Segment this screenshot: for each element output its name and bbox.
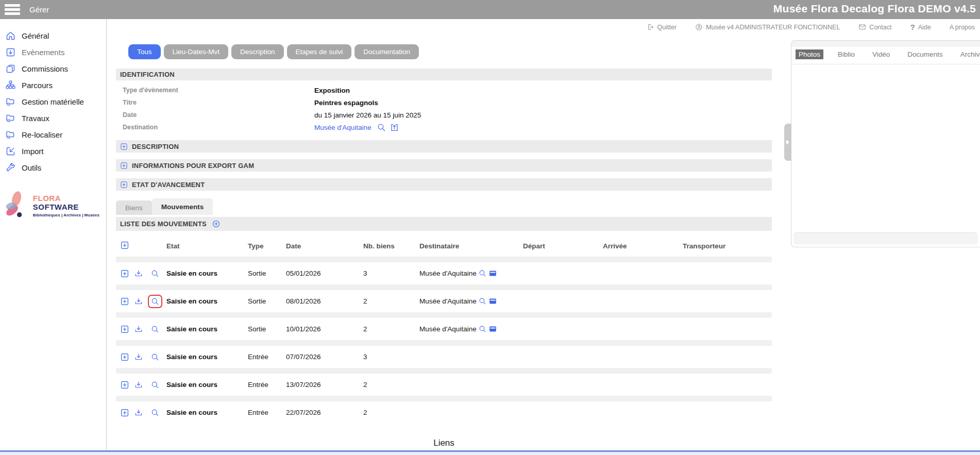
subtab-biens[interactable]: Biens — [116, 200, 152, 215]
quit-button[interactable]: Quitter — [647, 23, 677, 31]
search-icon[interactable] — [478, 269, 487, 278]
card-icon[interactable] — [488, 325, 497, 333]
row-destinataire: Musée d'Aquitaine — [419, 269, 477, 277]
plus-square-icon[interactable] — [120, 380, 129, 390]
import-tray-icon[interactable] — [134, 297, 143, 306]
home-icon — [5, 30, 16, 41]
tab-documentation[interactable]: Documentation — [354, 44, 419, 59]
plus-square-icon[interactable] — [120, 297, 129, 306]
logo-tagline: Bibliothèques | Archives | Musées — [33, 213, 106, 217]
identification-header: IDENTIFICATION — [116, 69, 772, 80]
search-icon[interactable] — [478, 325, 487, 333]
identification-fields: Type d'évènement Exposition Titre Peintr… — [116, 84, 772, 133]
media-tab-biblio[interactable]: Biblio — [835, 49, 858, 59]
row-nb-biens: 3 — [363, 269, 419, 277]
row-etat: Saisie en cours — [166, 269, 248, 277]
biens-mouvements-tabs: Biens Mouvements — [116, 198, 772, 215]
media-tabs: Photos Biblio Vidéo Documents Archives — [791, 47, 980, 64]
sidebar-item-outils[interactable]: Outils — [0, 159, 106, 176]
hamburger-menu-icon[interactable] — [5, 4, 20, 15]
media-tab-archives[interactable]: Archives — [957, 49, 980, 59]
open-record-icon[interactable] — [390, 123, 399, 132]
subtab-mouvements[interactable]: Mouvements — [152, 198, 213, 215]
col-date: Date — [286, 242, 363, 250]
plus-square-icon[interactable] — [120, 269, 129, 278]
search-highlight-frame — [148, 267, 162, 280]
row-type: Sortie — [248, 297, 286, 305]
row-etat: Saisie en cours — [166, 353, 248, 361]
sidebar-item-general[interactable]: Général — [0, 27, 106, 44]
row-date: 07/07/2026 — [286, 353, 363, 361]
sidebar-item-import[interactable]: Import — [0, 143, 106, 159]
sidebar-item-gestion-materielle[interactable]: Gestion matérielle — [0, 93, 106, 110]
row-type: Sortie — [248, 269, 286, 277]
search-icon[interactable] — [478, 297, 487, 306]
row-nb-biens: 2 — [363, 325, 419, 333]
sidebar-item-commissions[interactable]: Commissions — [0, 60, 106, 77]
plus-square-icon[interactable] — [120, 143, 128, 150]
flora-software-logo: FLORA SOFTWARE Bibliothèques | Archives … — [0, 189, 106, 222]
import-tray-icon[interactable] — [134, 325, 143, 334]
search-highlight-frame — [148, 350, 162, 364]
movement-row-block: Saisie en cours Sortie 10/01/2026 2 Musé… — [116, 312, 772, 340]
contact-button[interactable]: Contact — [858, 23, 891, 31]
sidebar-item-travaux[interactable]: Travaux — [0, 110, 106, 126]
butterfly-logo-icon — [2, 189, 33, 222]
import-tray-icon[interactable] — [134, 269, 143, 278]
folder-globe-icon — [5, 96, 16, 107]
media-tab-documents[interactable]: Documents — [904, 49, 945, 59]
panel-collapse-handle[interactable] — [784, 124, 791, 161]
plus-square-icon[interactable] — [120, 181, 128, 189]
card-icon[interactable] — [488, 297, 497, 306]
search-icon[interactable] — [150, 408, 160, 417]
field-destination: Destination Musée d'Aquitaine — [116, 121, 772, 133]
about-button[interactable]: A propos — [950, 24, 975, 31]
sidebar-item-relocaliser[interactable]: Re-localiser — [0, 126, 106, 143]
tab-tous[interactable]: Tous — [128, 44, 161, 59]
field-titre: Titre Peintres espagnols — [116, 96, 772, 109]
search-icon[interactable] — [150, 380, 160, 390]
tab-lieu-dates-mvt[interactable]: Lieu-Dates-Mvt — [164, 44, 229, 59]
plus-square-icon[interactable] — [120, 162, 128, 170]
plus-square-icon[interactable] — [120, 408, 129, 417]
section-etat-avancement[interactable]: ETAT D'AVANCEMENT — [116, 178, 772, 191]
user-account[interactable]: Musée v4 ADMINISTRATEUR FONCTIONNEL — [695, 23, 840, 31]
media-tab-video[interactable]: Vidéo — [869, 49, 893, 59]
destination-link[interactable]: Musée d'Aquitaine — [314, 124, 371, 131]
col-destinataire: Destinataire — [419, 242, 523, 250]
tab-description[interactable]: Description — [231, 44, 284, 59]
session-toolbar: Quitter Musée v4 ADMINISTRATEUR FONCTION… — [647, 23, 975, 31]
table-row: Saisie en cours Sortie 05/01/2026 3 Musé… — [116, 262, 772, 284]
sidebar-item-evenements[interactable]: Evènements — [0, 44, 106, 60]
search-icon[interactable] — [150, 297, 160, 306]
row-separator — [116, 312, 772, 318]
search-icon[interactable] — [377, 123, 386, 132]
media-panel-top-strip — [791, 41, 980, 47]
media-tab-photos[interactable]: Photos — [796, 49, 823, 59]
search-icon[interactable] — [150, 269, 160, 278]
plus-square-icon[interactable] — [120, 325, 129, 334]
card-icon[interactable] — [488, 269, 497, 278]
section-informations-export-gam[interactable]: INFORMATIONS POUR EXPORT GAM — [116, 159, 772, 172]
table-row: Saisie en cours Entrée 22/07/2026 2 — [116, 401, 772, 424]
plus-square-icon[interactable] — [120, 352, 129, 362]
field-date: Date du 15 janvier 2026 au 15 juin 2025 — [116, 109, 772, 121]
search-highlight-frame — [148, 323, 162, 336]
circled-plus-icon[interactable] — [212, 220, 221, 228]
bottom-divider — [0, 450, 980, 455]
import-tray-icon[interactable] — [134, 408, 143, 417]
sidebar-item-parcours[interactable]: Parcours — [0, 77, 106, 93]
search-icon[interactable] — [150, 352, 160, 362]
help-button[interactable]: ? Aide — [910, 23, 931, 31]
logout-icon — [647, 23, 654, 31]
import-icon — [5, 146, 16, 157]
tab-etapes-de-suivi[interactable]: Etapes de suivi — [287, 44, 352, 59]
plus-square-icon[interactable] — [120, 241, 129, 250]
row-separator — [116, 368, 772, 374]
search-icon[interactable] — [150, 325, 160, 334]
section-description[interactable]: DESCRIPTION — [116, 140, 772, 153]
row-type: Entrée — [248, 409, 286, 416]
row-date: 10/01/2026 — [286, 325, 363, 333]
import-tray-icon[interactable] — [134, 380, 143, 390]
import-tray-icon[interactable] — [134, 352, 143, 362]
